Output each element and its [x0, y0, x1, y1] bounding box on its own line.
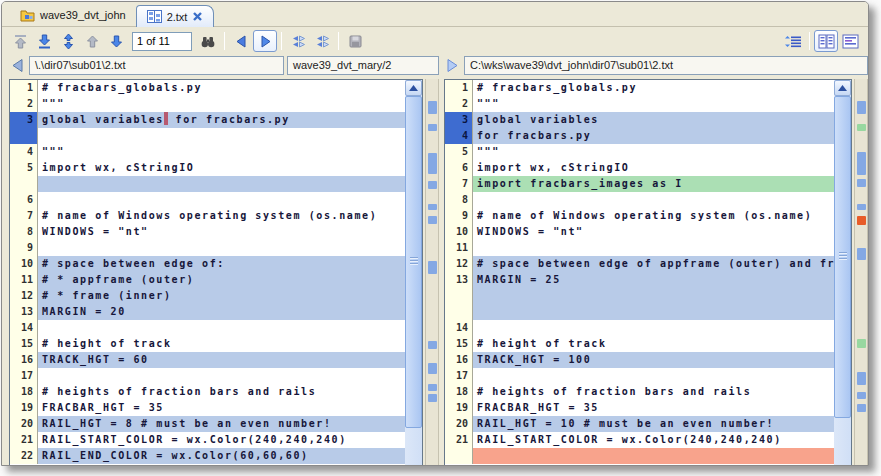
- diff-marker[interactable]: [428, 363, 437, 374]
- code-line[interactable]: 7# name of Windows operating system (os.…: [10, 208, 405, 224]
- right-vertical-scrollbar[interactable]: [834, 80, 851, 466]
- go-left-button[interactable]: [229, 30, 253, 52]
- diff-marker[interactable]: [857, 101, 866, 114]
- code-line[interactable]: 21RAIL_START_COLOR = wx.Color(240,240,24…: [10, 432, 405, 448]
- left-file-path[interactable]: \.\dir07\sub01\2.txt: [29, 56, 284, 75]
- next-difference-button[interactable]: [104, 30, 128, 52]
- find-button[interactable]: [196, 30, 220, 52]
- code-line[interactable]: 9# name of Windows operating system (os.…: [445, 208, 834, 224]
- code-line[interactable]: 2""": [10, 96, 405, 112]
- code-line[interactable]: 21RAIL_START_COLOR = wx.Color(240,240,24…: [445, 432, 834, 448]
- code-line[interactable]: 3global variables: [445, 112, 834, 128]
- diff-marker[interactable]: [857, 392, 866, 399]
- code-line[interactable]: 11: [445, 240, 834, 256]
- code-line[interactable]: [445, 448, 834, 464]
- unified-view-button[interactable]: [838, 30, 862, 52]
- diff-marker[interactable]: [428, 124, 437, 131]
- code-line[interactable]: 15# height of track: [10, 336, 405, 352]
- diff-marker[interactable]: [428, 204, 437, 210]
- left-file-revision[interactable]: wave39_dvt_mary/2: [287, 56, 439, 75]
- code-line[interactable]: 9: [10, 240, 405, 256]
- right-file-path[interactable]: C:\wks\wave39\dvt_john\dir07\sub01\2.txt: [464, 56, 868, 75]
- merge-right-button[interactable]: [310, 30, 334, 52]
- code-line[interactable]: 14: [10, 320, 405, 336]
- code-line[interactable]: 6import wx, cStringIO: [445, 160, 834, 176]
- right-overview-column[interactable]: [854, 79, 868, 466]
- center-difference-button[interactable]: [56, 30, 80, 52]
- code-line[interactable]: 20RAIL_HGT = 8 # must be an even number!: [10, 416, 405, 432]
- code-line[interactable]: 22RAIL_END_COLOR = wx.Color(60,60,60): [10, 448, 405, 464]
- diff-marker[interactable]: [428, 153, 437, 174]
- diff-marker[interactable]: [857, 179, 866, 187]
- save-button[interactable]: [343, 30, 367, 52]
- code-line[interactable]: [445, 288, 834, 304]
- tab-folder-compare[interactable]: wave39_dvt_john: [10, 4, 136, 26]
- diff-marker[interactable]: [428, 261, 437, 274]
- code-line[interactable]: 14: [445, 320, 834, 336]
- left-overview-column[interactable]: [425, 79, 439, 466]
- code-line[interactable]: 12# * frame (inner): [10, 288, 405, 304]
- diff-marker[interactable]: [428, 101, 437, 114]
- diff-marker[interactable]: [857, 216, 866, 225]
- diff-marker[interactable]: [428, 216, 437, 224]
- scrollbar-thumb[interactable]: [834, 96, 851, 418]
- code-line[interactable]: [10, 128, 405, 144]
- code-line[interactable]: 3global variables for fracbars.py: [10, 112, 405, 128]
- diff-marker[interactable]: [857, 404, 866, 412]
- code-line[interactable]: 6: [10, 192, 405, 208]
- first-difference-button[interactable]: [8, 30, 32, 52]
- scroll-up-button[interactable]: [405, 80, 422, 96]
- diff-marker[interactable]: [428, 394, 437, 402]
- code-line[interactable]: 8WINDOWS = "nt": [10, 224, 405, 240]
- close-icon[interactable]: [192, 11, 203, 22]
- diff-position-field[interactable]: [132, 32, 192, 51]
- code-line[interactable]: 5""": [445, 144, 834, 160]
- side-by-side-view-button[interactable]: [814, 30, 838, 52]
- last-difference-button[interactable]: [32, 30, 56, 52]
- code-line[interactable]: 10# space between edge of:: [10, 256, 405, 272]
- code-line[interactable]: 7import fracbars_images as I: [445, 176, 834, 192]
- code-line[interactable]: 16TRACK_HGT = 60: [10, 352, 405, 368]
- diff-marker[interactable]: [428, 341, 437, 349]
- previous-difference-button[interactable]: [80, 30, 104, 52]
- merge-left-button[interactable]: [286, 30, 310, 52]
- code-line[interactable]: 20RAIL_HGT = 10 # must be an even number…: [445, 416, 834, 432]
- code-line[interactable]: 16TRACK_HGT = 100: [445, 352, 834, 368]
- code-line[interactable]: 17: [10, 368, 405, 384]
- code-line[interactable]: 19FRACBAR_HGT = 35: [10, 400, 405, 416]
- diff-marker[interactable]: [857, 152, 866, 175]
- code-line[interactable]: 1# fracbars_globals.py: [445, 80, 834, 96]
- code-line[interactable]: 12# space between edge of appframe (oute…: [445, 256, 834, 272]
- code-line[interactable]: 2""": [445, 96, 834, 112]
- diff-marker[interactable]: [857, 248, 866, 260]
- push-right-button[interactable]: [444, 57, 461, 75]
- code-line[interactable]: 8: [445, 192, 834, 208]
- scrollbar-thumb[interactable]: [405, 96, 422, 428]
- go-right-button[interactable]: [253, 30, 277, 52]
- code-line[interactable]: 18# heights of fraction bars and rails: [10, 384, 405, 400]
- code-line[interactable]: 10WINDOWS = "nt": [445, 224, 834, 240]
- code-line[interactable]: 4for fracbars.py: [445, 128, 834, 144]
- code-line[interactable]: 5import wx, cStringIO: [10, 160, 405, 176]
- tab-file-diff[interactable]: 2.txt: [136, 5, 215, 27]
- code-line[interactable]: 13MARGIN = 20: [10, 304, 405, 320]
- scroll-up-button[interactable]: [834, 80, 851, 96]
- code-line[interactable]: 11# * appframe (outer): [10, 272, 405, 288]
- diff-marker[interactable]: [857, 339, 866, 348]
- diff-marker[interactable]: [857, 204, 866, 210]
- diff-marker[interactable]: [857, 372, 866, 385]
- diff-marker[interactable]: [428, 181, 437, 189]
- code-line[interactable]: 1# fracbars_globals.py: [10, 80, 405, 96]
- code-line[interactable]: 13MARGIN = 25: [445, 272, 834, 288]
- code-line[interactable]: [10, 176, 405, 192]
- code-line[interactable]: 17: [445, 368, 834, 384]
- toggle-line-markers-button[interactable]: [781, 30, 805, 52]
- diff-marker[interactable]: [428, 384, 437, 391]
- code-line[interactable]: 18# heights of fraction bars and rails: [445, 384, 834, 400]
- code-line[interactable]: 15# height of track: [445, 336, 834, 352]
- code-line[interactable]: [445, 304, 834, 320]
- diff-marker[interactable]: [857, 124, 866, 131]
- left-vertical-scrollbar[interactable]: [405, 80, 422, 466]
- code-line[interactable]: 4""": [10, 144, 405, 160]
- code-line[interactable]: 19FRACBAR_HGT = 35: [445, 400, 834, 416]
